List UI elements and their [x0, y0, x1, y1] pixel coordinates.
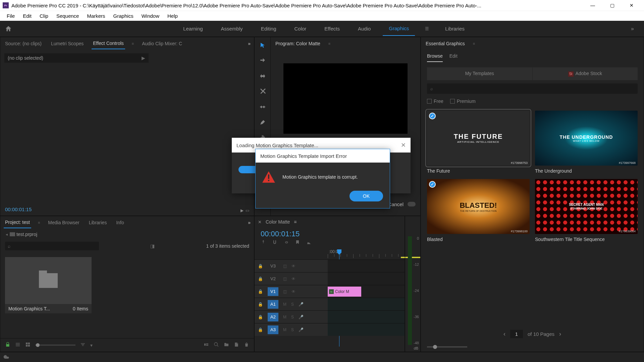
template-the-future[interactable]: ✓ THE FUTURE ARTIFICIAL INTELLIGENCE #17… — [427, 111, 530, 174]
menu-graphics[interactable]: Graphics — [109, 12, 138, 20]
loop-icon[interactable]: ▭ — [246, 208, 249, 213]
tab-info[interactable]: Info — [115, 217, 125, 228]
lock-icon[interactable]: 🔒 — [258, 277, 263, 281]
lock-icon[interactable]: 🔒 — [258, 315, 263, 319]
filter-bin-icon[interactable]: ◨ — [150, 243, 155, 249]
project-item[interactable]: Motion Graphics T... 0 Items — [5, 257, 92, 313]
eg-zoom-slider[interactable] — [427, 346, 467, 348]
pen-tool[interactable] — [258, 118, 267, 127]
dialog-close-icon[interactable]: ✕ — [401, 141, 406, 149]
icon-view-icon[interactable] — [25, 342, 31, 348]
razor-tool[interactable] — [258, 87, 267, 96]
track-v3[interactable]: 🔒V3◫👁 — [255, 259, 405, 272]
template-blasted[interactable]: ✓ BLASTED! THE RETURN OF DESTRUCTION #17… — [427, 179, 530, 242]
clip-color-matte[interactable]: fx Color M — [328, 287, 361, 297]
sync-lock-icon[interactable]: ◫ — [283, 289, 287, 294]
track-label[interactable]: A1 — [268, 300, 278, 309]
delete-icon[interactable] — [244, 342, 249, 348]
eye-icon[interactable]: 👁 — [291, 289, 296, 294]
tab-lumetri-scopes[interactable]: Lumetri Scopes — [50, 38, 85, 49]
workspace-learning[interactable]: Learning — [177, 22, 209, 36]
workspace-graphics[interactable]: Graphics — [383, 21, 415, 36]
list-view-icon[interactable] — [15, 342, 20, 348]
template-southwestern[interactable]: SECRET AGENT MAN STARRING JOHN DOE #1766… — [535, 179, 638, 242]
filter-free[interactable]: Free — [427, 99, 443, 104]
workspace-overflow[interactable]: » — [631, 26, 634, 32]
solo-icon[interactable]: S — [291, 302, 294, 307]
my-templates-button[interactable]: My Templates — [427, 67, 532, 80]
chevron-right-icon[interactable]: ▶ — [142, 55, 145, 61]
mute-icon[interactable]: M — [283, 327, 286, 332]
menu-sequence[interactable]: Sequence — [52, 12, 83, 20]
mic-icon[interactable]: 🎤 — [299, 327, 304, 332]
lock-icon[interactable]: 🔒 — [258, 327, 263, 332]
prev-page-button[interactable]: ‹ — [503, 330, 505, 338]
close-sequence-icon[interactable]: ✕ — [258, 220, 262, 225]
menu-markers[interactable]: Markers — [83, 12, 109, 20]
track-a1[interactable]: 🔒A1MS🎤 — [255, 298, 405, 310]
track-a2[interactable]: 🔒A2MS🎤 — [255, 310, 405, 323]
tab-source[interactable]: Source: (no clips) — [4, 38, 43, 49]
eye-icon[interactable]: 👁 — [291, 277, 296, 281]
tab-essential-graphics[interactable]: Essential Graphics — [424, 38, 466, 49]
chevron-icon[interactable]: ◄ — [5, 233, 8, 236]
eye-icon[interactable]: 👁 — [291, 264, 296, 268]
chevron-down-icon[interactable]: ▾ — [90, 343, 93, 348]
sync-lock-icon[interactable]: ◫ — [283, 264, 287, 268]
track-label[interactable]: A3 — [268, 325, 278, 334]
eg-search-input[interactable]: ⌕ — [427, 83, 638, 94]
lock-icon[interactable]: 🔒 — [258, 302, 263, 307]
workspace-effects[interactable]: Effects — [318, 22, 346, 36]
track-label[interactable]: V3 — [268, 262, 278, 270]
sort-icon[interactable] — [80, 342, 86, 348]
marker-icon[interactable] — [295, 240, 300, 246]
lock-icon[interactable]: 🔒 — [258, 289, 263, 294]
project-search-input[interactable]: ⌕ — [5, 242, 99, 250]
find-icon[interactable] — [214, 342, 219, 348]
tab-libraries[interactable]: Libraries — [88, 217, 108, 228]
new-bin-icon[interactable] — [224, 342, 229, 348]
mute-icon[interactable]: M — [283, 315, 286, 319]
project-tabs-overflow[interactable]: » — [248, 220, 251, 225]
write-lock-icon[interactable] — [5, 342, 10, 348]
workspace-libraries[interactable]: Libraries — [439, 22, 471, 36]
ripple-edit-tool[interactable] — [258, 71, 267, 81]
track-select-tool[interactable] — [258, 56, 267, 65]
track-label[interactable]: V2 — [268, 275, 278, 283]
track-v2[interactable]: 🔒V2◫👁 — [255, 272, 405, 285]
mic-icon[interactable]: 🎤 — [299, 302, 304, 307]
tabs-overflow[interactable]: » — [248, 41, 251, 46]
tab-program[interactable]: Program: Color Matte — [274, 38, 322, 49]
lock-icon[interactable]: 🔒 — [258, 264, 263, 268]
project-menu-icon[interactable]: ≡ — [38, 221, 40, 225]
eg-tab-edit[interactable]: Edit — [449, 53, 458, 62]
program-monitor[interactable] — [283, 63, 408, 134]
new-item-icon[interactable] — [234, 342, 239, 348]
workspace-audio[interactable]: Audio — [352, 22, 377, 36]
insert-icon[interactable] — [261, 240, 266, 246]
audio-meters[interactable]: 0 -12 -24 -36 -48 dB — [405, 216, 420, 352]
solo-icon[interactable]: S — [291, 315, 294, 319]
track-v1[interactable]: 🔒V1◫👁 fx Color M — [255, 285, 405, 298]
adobe-stock-button[interactable]: StAdobe Stock — [532, 67, 638, 80]
tab-effect-controls[interactable]: Effect Controls — [92, 38, 125, 49]
menu-file[interactable]: File — [3, 12, 19, 20]
eg-menu-icon[interactable]: ≡ — [473, 42, 475, 46]
timeline-menu-icon[interactable]: ≡ — [294, 219, 297, 225]
tab-project[interactable]: Project: test — [4, 217, 31, 228]
cancel-toggle[interactable] — [408, 202, 416, 206]
snap-icon[interactable] — [272, 240, 277, 246]
mic-icon[interactable]: 🎤 — [299, 315, 304, 319]
automate-icon[interactable] — [204, 342, 209, 348]
selection-tool[interactable] — [258, 41, 267, 50]
program-menu-icon[interactable]: ≡ — [328, 42, 330, 46]
thumbnail-size-slider[interactable] — [35, 345, 75, 346]
slip-tool[interactable] — [258, 102, 267, 112]
track-a3[interactable]: 🔒A3MS🎤 — [255, 323, 405, 336]
maximize-button[interactable]: ▢ — [606, 1, 618, 10]
linked-selection-icon[interactable] — [283, 240, 289, 246]
filter-premium[interactable]: Premium — [450, 99, 476, 104]
ok-button[interactable]: OK — [350, 191, 383, 201]
workspace-assembly[interactable]: Assembly — [215, 22, 249, 36]
workspace-color[interactable]: Color — [288, 22, 313, 36]
